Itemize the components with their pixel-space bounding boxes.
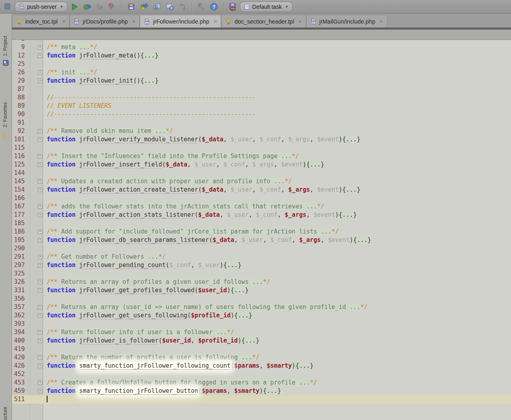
editor-line-186[interactable]: 186+/** Add support for "include_followe… [12, 228, 511, 236]
fold-marker-icon[interactable]: + [38, 280, 42, 284]
stop-button[interactable] [107, 1, 119, 12]
folded-block[interactable]: {...} [242, 337, 259, 344]
folded-comment[interactable]: meta ... [61, 44, 90, 51]
editor-line-90[interactable]: 90//------------------------------------… [12, 110, 511, 119]
folded-comment[interactable]: Updates a created action with proper use… [61, 178, 285, 185]
fold-marker-icon[interactable]: + [38, 137, 42, 142]
run-config-combo[interactable]: php push-server ▼ [15, 2, 67, 12]
editor-tab-index_toc.tpl[interactable]: index_toc.tpl✕ [12, 15, 69, 28]
tab-close-icon[interactable]: ✕ [298, 19, 302, 24]
folded-comment[interactable]: Return follower info if user is a follow… [61, 329, 227, 336]
editor-tab-doc_section_header.tpl[interactable]: doc_section_header.tpl✕ [221, 15, 306, 28]
synchronize-button[interactable] [2, 1, 14, 12]
folded-block[interactable]: {...} [231, 287, 249, 294]
vcs-commit-button[interactable] [126, 1, 137, 12]
folded-comment[interactable]: Returns an array (user_id => user_name) … [61, 303, 360, 311]
editor-line-394[interactable]: 394+/** Return follower info if user is … [12, 328, 511, 337]
editor-line-185[interactable]: 185 [12, 219, 511, 228]
fold-marker-icon[interactable]: + [38, 339, 42, 343]
editor-line-101[interactable]: 101+function jrFollower_verify_module_li… [12, 135, 511, 144]
fold-marker-icon[interactable]: + [38, 188, 42, 192]
fold-marker-icon[interactable]: + [38, 389, 42, 393]
fold-marker-icon[interactable]: + [38, 288, 42, 293]
fold-marker-icon[interactable]: + [38, 70, 42, 75]
editor-line-452[interactable]: 452 [12, 370, 511, 378]
folded-block[interactable]: {...} [339, 211, 357, 218]
editor-line-290[interactable]: 290 [12, 244, 511, 253]
editor-line-511[interactable]: 511 [12, 395, 511, 404]
editor-line-8[interactable]: 8 [12, 40, 511, 43]
editor-tab-jrMailGun/include.php[interactable]: phpjrMailGun/include.php✕ [306, 15, 387, 28]
fold-marker-icon[interactable]: + [38, 53, 42, 58]
fold-marker-icon[interactable]: + [38, 238, 42, 242]
history-button[interactable] [164, 1, 176, 12]
folded-comment[interactable]: init ... [61, 69, 90, 76]
editor-line-9[interactable]: 9+/** meta ...*/ [12, 43, 511, 52]
editor-line-167[interactable]: 167+/** adds the follower stats into the… [12, 202, 511, 211]
tab-close-icon[interactable]: ✕ [379, 19, 383, 24]
run-button[interactable] [69, 1, 80, 12]
code-editor[interactable]: 89+/** meta ...*/12+function jrFollower_… [12, 40, 511, 420]
editor-line-357[interactable]: 357+/** Returns an array (user_id => use… [12, 303, 511, 311]
tab-close-icon[interactable]: ✕ [132, 19, 136, 24]
editor-line-125[interactable]: 125+function jrFollower_insert_field($_d… [12, 160, 511, 169]
diff-button[interactable] [151, 1, 163, 12]
editor-line-297[interactable]: 297+function jrFollower_pending_count($_… [12, 261, 511, 269]
editor-line-325[interactable]: 325 [12, 269, 511, 278]
folded-block[interactable]: {...} [306, 161, 324, 168]
editor-line-362[interactable]: 362+function jrFollower_get_users_follow… [12, 311, 511, 320]
fold-marker-icon[interactable]: + [38, 380, 42, 385]
folded-block[interactable]: {...} [234, 312, 252, 319]
editor-line-26[interactable]: 26+/** init ...*/ [12, 68, 511, 77]
folded-comment[interactable]: adds the follower stats into the jrActio… [61, 203, 317, 210]
editor-line-331[interactable]: 331+function jrFollower_get_profiles_fol… [12, 286, 511, 295]
folded-comment[interactable]: Returns an array of profiles a given use… [61, 278, 263, 285]
editor-line-115[interactable]: 115 [12, 144, 511, 152]
editor-line-166[interactable]: 166 [12, 194, 511, 202]
save-all-button[interactable] [227, 1, 239, 12]
editor-line-87[interactable]: 87 [12, 85, 511, 93]
tab-close-icon[interactable]: ✕ [213, 19, 217, 24]
editor-line-426[interactable]: 426+function smarty_function_jrFollower_… [12, 362, 511, 370]
editor-line-29[interactable]: 29+function jrFollower_init(){...} [12, 77, 511, 85]
editor-line-419[interactable]: 419 [12, 345, 511, 353]
fold-marker-icon[interactable]: + [38, 330, 42, 335]
fold-marker-icon[interactable]: + [38, 255, 42, 259]
run-with-coverage-button[interactable] [94, 1, 106, 12]
folded-comment[interactable]: Creates a Follow/Unfollow button for log… [61, 379, 310, 386]
fold-marker-icon[interactable]: + [38, 162, 42, 167]
folded-block[interactable]: {...} [141, 52, 158, 59]
fold-marker-icon[interactable]: + [38, 45, 42, 50]
project-icon[interactable] [3, 60, 9, 67]
task-combo[interactable]: ? Default task ▼ [240, 2, 293, 12]
editor-line-116[interactable]: 116+/** Insert the "Influences" field in… [12, 152, 511, 160]
folded-comment[interactable]: Get number of Followers ... [61, 253, 158, 260]
rollback-button[interactable] [177, 1, 188, 12]
editor-line-400[interactable]: 400+function jrFollower_is_follower($use… [12, 337, 511, 345]
editor-line-89[interactable]: 89// EVENT LISTENERS [12, 102, 511, 110]
editor-line-25[interactable]: 25 [12, 60, 511, 68]
fold-marker-icon[interactable]: + [38, 263, 42, 267]
folded-block[interactable]: {...} [295, 362, 313, 369]
debug-button[interactable] [81, 1, 93, 12]
fold-marker-icon[interactable]: + [38, 230, 42, 234]
editor-line-291[interactable]: 291+/** Get number of Followers ...*/ [12, 253, 511, 261]
editor-line-195[interactable]: 195+function jrFollower_db_search_params… [12, 236, 511, 244]
editor-line-356[interactable]: 356 [12, 295, 511, 303]
editor-line-177[interactable]: 177+function jrFollower_action_stats_lis… [12, 211, 511, 219]
fold-marker-icon[interactable]: + [38, 204, 42, 209]
editor-line-92[interactable]: 92+/** Remove old skin menu item ...*/ [12, 127, 511, 135]
folded-block[interactable]: {...} [141, 77, 158, 84]
editor-tab-jrDocs/profile.php[interactable]: phpjrDocs/profile.php✕ [69, 15, 140, 28]
settings-button[interactable] [196, 1, 207, 12]
editor-line-144[interactable]: 144 [12, 169, 511, 177]
tool-window-button-structure[interactable]: Structure [2, 407, 8, 420]
editor-line-326[interactable]: 326+/** Returns an array of profiles a g… [12, 278, 511, 286]
fold-marker-icon[interactable]: + [38, 179, 42, 184]
fold-marker-icon[interactable]: + [38, 305, 42, 309]
editor-line-420[interactable]: 420+/** Return the number of profiles a … [12, 353, 511, 362]
editor-line-145[interactable]: 145+/** Updates a created action with pr… [12, 177, 511, 186]
fold-marker-icon[interactable]: + [38, 129, 42, 133]
fold-marker-icon[interactable]: + [38, 364, 42, 368]
editor-line-12[interactable]: 12+function jrFollower_meta(){...} [12, 52, 511, 60]
